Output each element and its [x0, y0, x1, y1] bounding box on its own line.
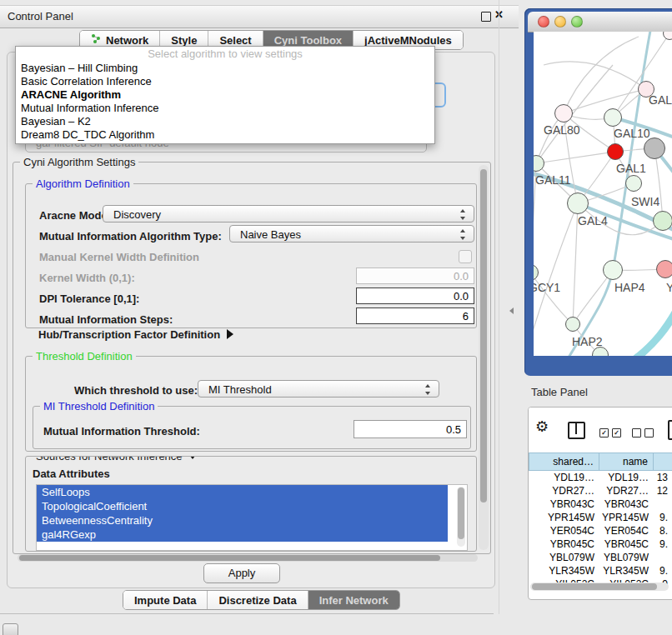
- table-cell: 8.: [654, 524, 672, 538]
- node-label-swi4: SWI4: [631, 195, 659, 208]
- settings-scrollbar[interactable]: [479, 165, 489, 550]
- control-panel-titlebar: Control Panel ✕: [0, 5, 519, 28]
- table-row[interactable]: YBL079WYBL079W: [529, 551, 672, 564]
- table-row[interactable]: YLR345WYLR345W9.: [529, 564, 672, 578]
- gear-icon[interactable]: ⚙: [535, 418, 549, 436]
- mi-type-label: Mutual Information Algorithm Type:: [39, 230, 222, 242]
- bottom-tabs: Impute DataDiscretize DataInfer Network: [123, 590, 400, 610]
- network-canvas[interactable]: GALGAL80GAL10GAL1GAL11SWI4GAL4GCY1HAP4YH…: [534, 32, 672, 356]
- table-cell: 9.: [654, 538, 672, 551]
- settings-hscrollbar[interactable]: [18, 554, 478, 562]
- mi-threshold-definition-group: MI Threshold Definition Mutual Informati…: [33, 406, 471, 449]
- algorithm-option-aracne-algorithm[interactable]: ARACNE Algorithm: [16, 88, 434, 102]
- network-node[interactable]: [603, 260, 623, 280]
- table-cell: YBR045C: [529, 538, 599, 551]
- attribute-item-selfloops[interactable]: SelfLoops: [37, 485, 448, 499]
- column-header-shared[interactable]: shared…: [529, 452, 599, 471]
- node-label-gcy1: GCY1: [534, 281, 560, 294]
- tab-label: Infer Network: [319, 594, 389, 607]
- table-cell: YBL079W: [529, 551, 599, 564]
- network-edge: [536, 65, 613, 163]
- cyni-algorithm-settings-group: Cyni Algorithm Settings Algorithm Defini…: [13, 162, 491, 554]
- splitter-arrow-icon[interactable]: [509, 308, 514, 314]
- sources-title: Sources for Network Inference: [36, 456, 183, 462]
- table-row[interactable]: YDR27…YDR27…12: [529, 484, 672, 498]
- network-window-titlebar: [528, 12, 672, 32]
- attribute-item-topologicalcoefficient[interactable]: TopologicalCoefficient: [37, 499, 448, 513]
- table-panel-title: Table Panel: [531, 386, 588, 398]
- algorithm-option-dream8-dc-tdc-algorithm[interactable]: Dream8 DC_TDC Algorithm: [16, 128, 434, 142]
- sources-toggle[interactable]: Sources for Network Inference: [33, 456, 201, 462]
- panel-icon[interactable]: [668, 420, 672, 440]
- panel-splitter[interactable]: [499, 0, 499, 614]
- tab-label: Impute Data: [134, 594, 196, 607]
- network-node[interactable]: [604, 108, 622, 127]
- table-cell: YPR145W: [529, 511, 599, 524]
- stepper-icon: [425, 384, 431, 395]
- apply-button[interactable]: Apply: [203, 563, 280, 583]
- network-node[interactable]: [554, 104, 573, 122]
- minimize-traffic-light[interactable]: [554, 16, 566, 28]
- manual-kernel-checkbox[interactable]: [459, 250, 472, 263]
- node-label-hap4: HAP4: [614, 281, 645, 294]
- dpi-tolerance-field[interactable]: [356, 288, 474, 304]
- network-node[interactable]: [565, 317, 580, 332]
- table-cell: [654, 551, 672, 564]
- table-row[interactable]: YPR145WYPR145W9.: [529, 511, 672, 524]
- which-threshold-value: MI Threshold: [208, 383, 272, 396]
- tab-label: Select: [219, 34, 251, 47]
- network-node[interactable]: [567, 192, 589, 214]
- algorithm-option-bayesian-k2[interactable]: Bayesian – K2: [16, 115, 434, 128]
- which-threshold-select[interactable]: MI Threshold: [198, 380, 439, 398]
- deselect-all-icon[interactable]: [632, 428, 654, 438]
- table-cell: YDL19…: [529, 471, 599, 484]
- node-label-y: Y: [666, 281, 672, 294]
- tab-impute-data[interactable]: Impute Data: [123, 591, 207, 609]
- zoom-traffic-light[interactable]: [571, 16, 583, 28]
- algorithm-option-basic-correlation-inference[interactable]: Basic Correlation Inference: [16, 75, 434, 88]
- table-row[interactable]: YBR045CYBR045C9.: [529, 538, 672, 551]
- table-cell: YER054C: [599, 524, 654, 538]
- threshold-definition-group: Threshold Definition Which threshold to …: [25, 356, 477, 452]
- network-node[interactable]: [625, 175, 642, 192]
- which-threshold-label: Which threshold to use:: [74, 384, 198, 397]
- float-window-icon[interactable]: [481, 12, 491, 22]
- kernel-width-field[interactable]: [356, 268, 474, 284]
- attributes-scrollbar[interactable]: [457, 487, 465, 547]
- aracne-mode-value: Discovery: [113, 208, 161, 221]
- attribute-item-gal4rgexp[interactable]: gal4RGexp: [37, 528, 448, 542]
- hub-definition-label: Hub/Transcription Factor Definition: [38, 328, 220, 341]
- table-row[interactable]: YER054CYER054C8.: [529, 524, 672, 538]
- hub-definition-toggle[interactable]: Hub/Transcription Factor Definition: [38, 328, 233, 341]
- tab-infer-network[interactable]: Infer Network: [308, 591, 399, 609]
- network-node[interactable]: [644, 138, 665, 159]
- tab-label: Style: [171, 34, 197, 47]
- column-header-name[interactable]: name: [599, 452, 654, 471]
- algorithm-option-mutual-information-inference[interactable]: Mutual Information Inference: [16, 102, 434, 115]
- mi-threshold-field[interactable]: [354, 420, 467, 438]
- network-node[interactable]: [656, 260, 672, 278]
- mi-type-value: Naive Bayes: [240, 228, 301, 241]
- table-row[interactable]: YBR043CYBR043C: [529, 498, 672, 511]
- table-row[interactable]: YDL19…YDL19…13: [529, 471, 672, 484]
- aracne-mode-select[interactable]: Discovery: [103, 205, 474, 222]
- network-node[interactable]: [653, 211, 672, 231]
- tab-discretize-data[interactable]: Discretize Data: [207, 591, 307, 609]
- table-cell: 9.: [654, 564, 672, 578]
- select-all-icon[interactable]: ✓✓: [599, 428, 621, 438]
- corner-button[interactable]: [3, 623, 18, 635]
- table-cell: YER054C: [529, 524, 599, 538]
- mi-threshold-definition-title: MI Threshold Definition: [40, 400, 158, 412]
- mi-type-select[interactable]: Naive Bayes: [229, 225, 474, 242]
- column-header-cut[interactable]: [654, 452, 672, 471]
- table-hscrollbar[interactable]: [530, 582, 669, 591]
- attribute-item-betweennesscentrality[interactable]: BetweennessCentrality: [37, 513, 448, 528]
- column-layout-icon[interactable]: [568, 422, 585, 439]
- mi-steps-field[interactable]: [356, 308, 474, 324]
- network-edge: [536, 152, 615, 163]
- close-traffic-light[interactable]: [538, 16, 549, 28]
- table-cell: YDL19…: [599, 471, 654, 484]
- data-attributes-label: Data Attributes: [33, 468, 110, 480]
- algorithm-option-bayesian-hill-climbing[interactable]: Bayesian – Hill Climbing: [16, 62, 434, 75]
- network-node[interactable]: [607, 143, 624, 160]
